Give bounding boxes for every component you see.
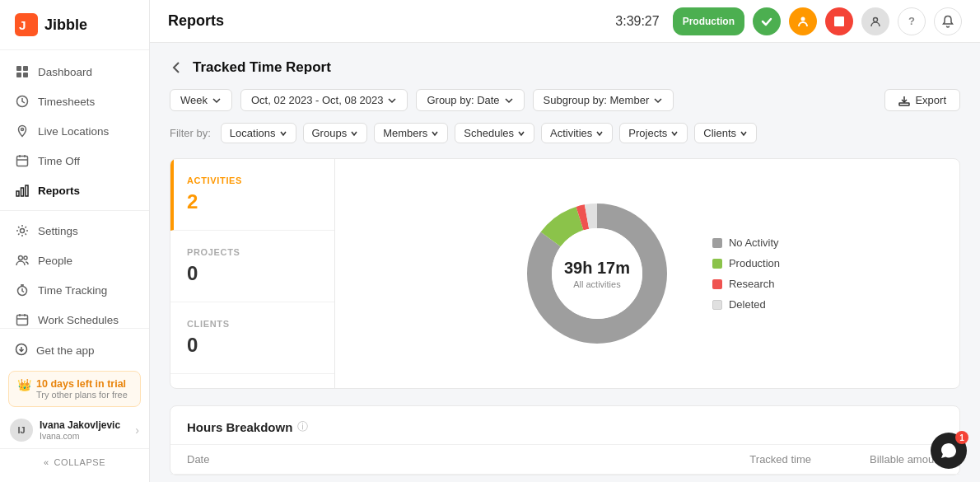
chevron-right-icon: › xyxy=(135,424,139,437)
svg-rect-14 xyxy=(26,185,28,196)
stats-chart-container: ACTIVITIES 2 PROJECTS 0 CLIENTS 0 xyxy=(170,158,960,389)
legend-label-production: Production xyxy=(729,257,780,269)
help-button[interactable]: ? xyxy=(898,7,926,35)
sidebar-item-label: Time Off xyxy=(38,155,80,167)
back-button[interactable] xyxy=(170,60,184,75)
calendar-icon xyxy=(15,153,30,168)
bar-chart-icon xyxy=(15,183,30,198)
filter-projects[interactable]: Projects xyxy=(619,123,688,143)
get-app-label: Get the app xyxy=(36,344,95,357)
legend-item-research: Research xyxy=(712,278,780,290)
export-button[interactable]: Export xyxy=(884,89,960,111)
nav-divider xyxy=(0,210,149,211)
sidebar-item-dashboard[interactable]: Dashboard xyxy=(0,57,149,87)
report-title: Tracked Time Report xyxy=(193,59,331,76)
projects-stat: PROJECTS 0 xyxy=(170,231,334,302)
notifications-button[interactable] xyxy=(934,7,962,35)
svg-rect-5 xyxy=(23,73,28,77)
legend-item-no-activity: No Activity xyxy=(712,236,780,249)
activity-button[interactable] xyxy=(789,7,817,35)
tracking-icon xyxy=(15,283,30,297)
svg-rect-3 xyxy=(23,66,28,71)
filter-schedules[interactable]: Schedules xyxy=(455,123,534,143)
date-range-button[interactable]: Oct, 02 2023 - Oct, 08 2023 xyxy=(240,89,408,111)
sidebar-item-people[interactable]: People xyxy=(0,246,149,275)
filter-groups[interactable]: Groups xyxy=(303,123,368,143)
profile-button[interactable] xyxy=(861,7,889,35)
week-filter-button[interactable]: Week xyxy=(170,89,232,111)
schedules-icon xyxy=(15,312,30,327)
sidebar-item-live-locations[interactable]: Live Locations xyxy=(0,116,149,146)
sidebar-item-time-off[interactable]: Time Off xyxy=(0,146,149,175)
users-icon xyxy=(15,253,30,268)
chat-bubble-button[interactable]: 1 xyxy=(931,433,967,469)
sidebar: J Jibble Dashboard Timesheets Live Locat… xyxy=(0,0,150,482)
legend-label-research: Research xyxy=(729,278,775,290)
activities-value: 2 xyxy=(187,190,318,213)
chat-badge: 1 xyxy=(955,431,968,444)
col-date-header: Date xyxy=(187,453,679,466)
page-title: Reports xyxy=(168,12,224,30)
donut-center: 39h 17m All activities xyxy=(564,259,630,289)
svg-point-27 xyxy=(874,17,878,21)
sidebar-item-reports[interactable]: Reports xyxy=(0,175,149,205)
main-content: Reports 3:39:27 Production ? xyxy=(150,0,980,482)
clock-icon xyxy=(15,94,30,109)
trial-main-text: 10 days left in trial xyxy=(36,378,128,390)
svg-rect-0 xyxy=(15,13,38,36)
collapse-label: COLLAPSE xyxy=(54,457,105,467)
avatar: IJ xyxy=(10,419,33,442)
projects-label: PROJECTS xyxy=(187,247,318,257)
user-email: Ivana.com xyxy=(40,431,128,441)
subgroup-by-button[interactable]: Subgroup by: Member xyxy=(533,89,674,111)
user-profile-row[interactable]: IJ Ivana Jakovljevic Ivana.com › xyxy=(0,412,149,448)
filter-locations[interactable]: Locations xyxy=(221,123,296,143)
filters-top-row: Week Oct, 02 2023 - Oct, 08 2023 Group b… xyxy=(170,89,960,111)
filter-members[interactable]: Members xyxy=(374,123,448,143)
sidebar-item-timesheets[interactable]: Timesheets xyxy=(0,87,149,116)
clients-stat: CLIENTS 0 xyxy=(170,302,334,374)
collapse-button[interactable]: « COLLAPSE xyxy=(0,448,149,475)
sidebar-item-label: Dashboard xyxy=(38,66,92,78)
jibble-logo: J xyxy=(15,13,38,36)
svg-rect-26 xyxy=(834,16,844,26)
sidebar-item-label: People xyxy=(38,255,72,267)
svg-point-7 xyxy=(21,129,24,131)
map-pin-icon xyxy=(15,124,30,138)
svg-text:J: J xyxy=(19,18,26,32)
trial-banner[interactable]: 👑 10 days left in trial Try other plans … xyxy=(8,371,141,407)
report-header: Tracked Time Report xyxy=(170,59,960,76)
sidebar-item-label: Live Locations xyxy=(38,125,109,138)
group-by-button[interactable]: Group by: Date xyxy=(416,89,524,111)
svg-rect-12 xyxy=(16,191,19,196)
filter-by-label: Filter by: xyxy=(170,127,211,139)
legend-label-no-activity: No Activity xyxy=(729,236,779,249)
get-app-item[interactable]: Get the app xyxy=(0,335,149,366)
content-inner: Tracked Time Report Week Oct, 02 2023 - … xyxy=(150,43,980,482)
check-in-button[interactable] xyxy=(753,7,781,35)
sidebar-item-settings[interactable]: Settings xyxy=(0,216,149,246)
svg-rect-2 xyxy=(16,66,21,71)
sidebar-item-label: Time Tracking xyxy=(38,284,107,297)
projects-value: 0 xyxy=(187,262,318,285)
svg-point-16 xyxy=(19,256,23,260)
sidebar-nav: Dashboard Timesheets Live Locations Time… xyxy=(0,50,149,328)
filter-activities[interactable]: Activities xyxy=(541,123,613,143)
production-badge-button[interactable]: Production xyxy=(673,7,744,35)
col-tracked-header: Tracked time xyxy=(679,453,811,466)
svg-point-25 xyxy=(801,16,805,21)
sidebar-item-work-schedules[interactable]: Work Schedules xyxy=(0,305,149,328)
clients-value: 0 xyxy=(187,334,318,357)
svg-point-17 xyxy=(24,256,27,260)
stop-button[interactable] xyxy=(825,7,853,35)
settings-icon xyxy=(15,223,30,238)
sidebar-item-time-tracking[interactable]: Time Tracking xyxy=(0,275,149,305)
filter-by-row: Filter by: Locations Groups Members Sche… xyxy=(170,123,960,143)
svg-point-15 xyxy=(21,229,25,233)
sidebar-item-label: Work Schedules xyxy=(38,314,119,326)
logo-area: J Jibble xyxy=(0,0,149,50)
filter-clients[interactable]: Clients xyxy=(694,123,757,143)
activities-stat: ACTIVITIES 2 xyxy=(170,159,334,231)
user-info: Ivana Jakovljevic Ivana.com xyxy=(40,419,128,441)
svg-rect-13 xyxy=(21,188,24,196)
